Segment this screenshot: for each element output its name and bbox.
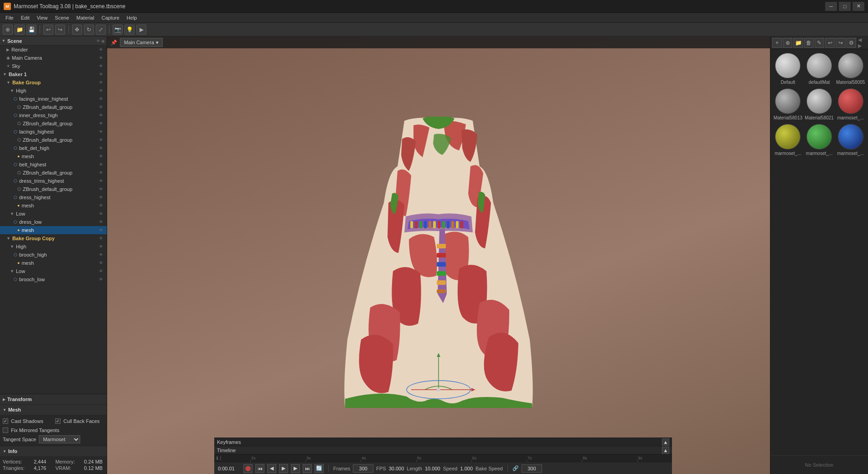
tl-play[interactable]: ▶ xyxy=(279,464,288,473)
mat-folder-button[interactable]: 📁 xyxy=(793,38,803,48)
keyframes-bar: Keyframes ▲ xyxy=(214,438,672,446)
mat-add-button[interactable]: + xyxy=(772,38,782,48)
mat-marmoset-red[interactable]: marmoset_... xyxy=(835,87,866,122)
toolbar-rotate[interactable]: ↻ xyxy=(84,25,94,35)
tree-row-zbrush2[interactable]: ⬡ ZBrush_default_group 👁 xyxy=(0,119,107,128)
toolbar-render[interactable]: ▶ xyxy=(136,25,146,35)
tree-row-bakegroupcopy[interactable]: ▼ Bake Group Copy 👁 xyxy=(0,234,107,242)
tl-next-key[interactable]: ⏭ xyxy=(303,464,312,473)
tl-loop[interactable]: 🔄 xyxy=(315,464,324,473)
tree-row-mesh3[interactable]: ● mesh 👁 xyxy=(0,259,107,267)
tree-row-facings[interactable]: ⬡ facings_inner_highest 👁 xyxy=(0,95,107,103)
tree-row-dresslow[interactable]: ⬡ dress_low 👁 xyxy=(0,218,107,226)
mat-undo-button[interactable]: ↩ xyxy=(825,38,835,48)
toolbar-new[interactable]: ⊕ xyxy=(3,25,13,35)
mat-world-button[interactable]: ⊕ xyxy=(783,38,792,48)
mat-58005[interactable]: Material58005 xyxy=(835,51,866,87)
belthighest-icon: ⬡ xyxy=(14,162,17,167)
tree-row-high2[interactable]: ▼ High 👁 xyxy=(0,242,107,251)
tree-row-render[interactable]: ▶ Render 👁 xyxy=(0,46,107,54)
timeline-expand[interactable]: ▲ xyxy=(662,447,669,454)
tree-row-zbrush1[interactable]: ⬡ ZBrush_default_group 👁 xyxy=(0,103,107,111)
menu-item-material[interactable]: Material xyxy=(73,14,98,21)
fix-mirrored-checkbox[interactable] xyxy=(3,428,8,433)
close-button[interactable]: ✕ xyxy=(852,2,864,11)
svg-rect-15 xyxy=(437,271,446,276)
mat-58021[interactable]: Material58021 xyxy=(804,87,835,122)
mat-marmoset-green[interactable]: marmoset_... xyxy=(804,122,835,158)
cull-back-faces-checkbox[interactable]: ✓ xyxy=(55,418,61,424)
tree-row-lacings[interactable]: ⬡ lacings_highest 👁 xyxy=(0,128,107,136)
toolbar-open[interactable]: 📁 xyxy=(15,25,25,35)
mesh-header[interactable]: ▼ Mesh xyxy=(0,405,107,415)
timeline-ruler[interactable]: 1 2s 3s 4s 5s 6s 7s 8s 9s xyxy=(214,454,672,462)
viewport[interactable]: 📌 Main Camera ▾ xyxy=(107,36,770,474)
titlebar-controls[interactable]: ─ □ ✕ xyxy=(825,2,864,11)
tl-prev-frame[interactable]: ◀ xyxy=(267,464,276,473)
info-header[interactable]: ▼ Info xyxy=(0,446,107,456)
right-panel: + ⊕ 📁 🗑 ✎ ↩ ↪ ⚙ ◀ ▶ Default defaultMat M xyxy=(770,36,868,474)
minimize-button[interactable]: ─ xyxy=(825,2,837,11)
tree-row-brooch-high[interactable]: ⬡ brooch_high 👁 xyxy=(0,251,107,259)
mat-delete-button[interactable]: 🗑 xyxy=(804,38,814,48)
toolbar-scale[interactable]: ⤢ xyxy=(96,25,106,35)
tree-row-mesh-selected[interactable]: ● mesh 👁 xyxy=(0,226,107,234)
ruler-2s: 2s xyxy=(250,456,256,460)
maximize-button[interactable]: □ xyxy=(839,2,851,11)
tree-row-baker1[interactable]: ▼ Baker 1 👁 xyxy=(0,70,107,78)
tree-row-belthighest[interactable]: ⬡ belt_highest 👁 xyxy=(0,160,107,169)
tl-next-frame[interactable]: ▶ xyxy=(291,464,300,473)
tree-row-dresshighest[interactable]: ⬡ dress_highest 👁 xyxy=(0,193,107,201)
vram-key: VRAM: xyxy=(55,465,75,471)
tl-prev-key[interactable]: ⏮ xyxy=(255,464,264,473)
tree-row-zbrush3[interactable]: ⬡ ZBrush_default_group 👁 xyxy=(0,136,107,144)
frames-input[interactable] xyxy=(353,464,373,473)
mat-settings-button[interactable]: ⚙ xyxy=(847,38,856,48)
tree-row-dresstrims[interactable]: ⬡ dress_trims_highest 👁 xyxy=(0,177,107,185)
tree-row-high[interactable]: ▼ High 👁 xyxy=(0,87,107,95)
toolbar-undo[interactable]: ↩ xyxy=(43,25,53,35)
tree-row-bakegroup[interactable]: ▼ Bake Group 👁 xyxy=(0,78,107,87)
tree-row-low[interactable]: ▼ Low 👁 xyxy=(0,210,107,218)
toolbar-save[interactable]: 💾 xyxy=(26,25,36,35)
mat-rename-button[interactable]: ✎ xyxy=(815,38,824,48)
end-frame-input[interactable] xyxy=(522,464,542,473)
tree-row-innerdress[interactable]: ⬡ inner_dress_high 👁 xyxy=(0,111,107,119)
dresshighest-eye: 👁 xyxy=(99,195,105,200)
menu-item-capture[interactable]: Capture xyxy=(98,14,123,21)
menu-item-edit[interactable]: Edit xyxy=(17,14,33,21)
menu-item-scene[interactable]: Scene xyxy=(51,14,72,21)
tree-row-mesh1[interactable]: ● mesh 👁 xyxy=(0,152,107,160)
toolbar-camera[interactable]: 📷 xyxy=(113,25,123,35)
tangent-space-dropdown[interactable]: Marmoset MikkTSpace xyxy=(39,435,80,443)
tree-row-maincamera[interactable]: ◉ Main Camera 👁 xyxy=(0,54,107,62)
tree-row-sky[interactable]: ☀ Sky 👁 xyxy=(0,62,107,70)
mat-58013[interactable]: Material58013 xyxy=(772,87,804,122)
menu-item-view[interactable]: View xyxy=(33,14,52,21)
tree-row-low2[interactable]: ▼ Low 👁 xyxy=(0,267,107,275)
menu-item-file[interactable]: File xyxy=(2,14,17,21)
menu-item-help[interactable]: Help xyxy=(123,14,141,21)
scene-section-header[interactable]: ▼ Scene 👁 ◉ xyxy=(0,36,107,46)
toolbar-redo[interactable]: ↪ xyxy=(55,25,65,35)
keyframes-expand[interactable]: ▲ xyxy=(662,438,669,446)
mat-marmoset-blue[interactable]: marmoset_... xyxy=(835,122,866,158)
tl-record[interactable]: ⬤ xyxy=(243,464,253,473)
camera-button[interactable]: Main Camera ▾ xyxy=(120,38,163,47)
tree-row-mesh2[interactable]: ● mesh 👁 xyxy=(0,201,107,210)
tree-row-beltdet[interactable]: ⬡ belt_det_high 👁 xyxy=(0,144,107,152)
mat-58005-label: Material58005 xyxy=(836,80,865,85)
toolbar-light[interactable]: 💡 xyxy=(124,25,134,35)
vertices-val: 2,444 xyxy=(34,459,46,464)
tree-row-zbrush5[interactable]: ⬡ ZBrush_default_group 👁 xyxy=(0,185,107,193)
tree-row-broochlow[interactable]: ⬡ brooch_low 👁 xyxy=(0,275,107,283)
transform-header[interactable]: ▶ Transform xyxy=(0,394,107,404)
mat-marmoset-yg[interactable]: marmoset_... xyxy=(772,122,804,158)
mat-default[interactable]: Default xyxy=(772,51,804,87)
cast-shadows-checkbox[interactable]: ✓ xyxy=(3,418,8,424)
svg-rect-16 xyxy=(437,280,446,285)
toolbar-move[interactable]: ✥ xyxy=(72,25,82,35)
tree-row-zbrush4[interactable]: ⬡ ZBrush_default_group 👁 xyxy=(0,169,107,177)
mat-defaultmat[interactable]: defaultMat xyxy=(804,51,835,87)
mat-redo-button[interactable]: ↪ xyxy=(836,38,845,48)
